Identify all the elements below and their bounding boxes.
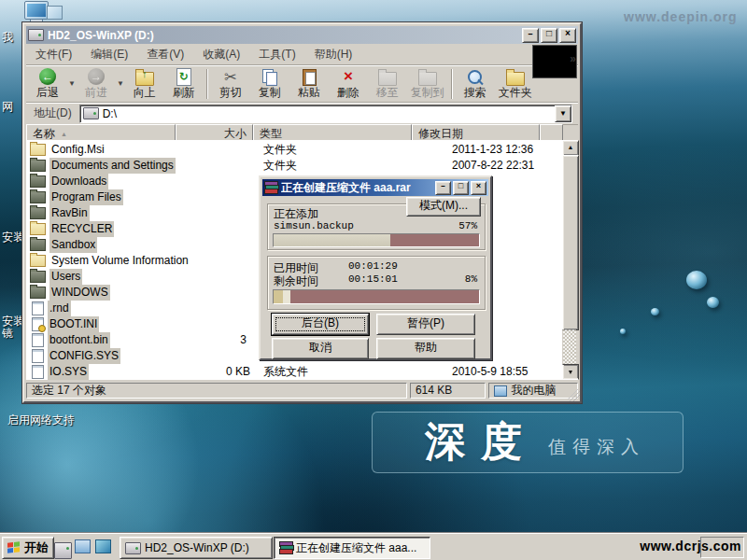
water-drop <box>620 329 626 334</box>
column-header-type[interactable]: 类型 <box>253 124 412 141</box>
mode-button[interactable]: 模式(M)... <box>406 197 481 217</box>
column-header-date[interactable]: 修改日期 <box>412 124 540 141</box>
brand-subtitle: 值得深入 <box>548 435 645 459</box>
sort-asc-icon: ▲ <box>61 131 67 137</box>
pause-button[interactable]: 暂停(P) <box>376 314 475 335</box>
cut-button[interactable]: ✂ 剪切 <box>211 66 250 101</box>
dialog-title-bar[interactable]: 正在创建压缩文件 aaa.rar – □ × <box>262 179 488 196</box>
scroll-up-button[interactable]: ▲ <box>562 140 579 156</box>
copy-button[interactable]: 复制 <box>250 66 289 101</box>
wallpaper-url-text: www.deepin.org <box>624 9 738 24</box>
forward-button[interactable]: → 前进 <box>77 66 116 101</box>
quick-launch-computer-icon[interactable] <box>75 539 91 553</box>
folder-icon <box>30 271 46 283</box>
brand-title: 深度 <box>425 414 537 469</box>
window-title: HD2_OS-WinXP (D:) <box>48 29 520 42</box>
toolbar-separator <box>451 69 453 99</box>
status-size: 614 KB <box>410 383 486 399</box>
back-icon: ← <box>39 68 56 85</box>
scrollbar-track[interactable] <box>563 329 576 365</box>
status-selection: 选定 17 个对象 <box>26 383 407 399</box>
column-header-size[interactable]: 大小 <box>176 124 253 141</box>
help-button[interactable]: 帮助 <box>376 338 475 359</box>
folder-icon <box>30 144 46 156</box>
paste-button[interactable]: 粘贴 <box>289 66 329 101</box>
move-to-button[interactable]: 移至 <box>368 66 407 101</box>
table-row[interactable]: IO.SYS 0 KB 系统文件 2010-5-9 18:55 <box>26 364 563 380</box>
menu-help[interactable]: 帮助(H) <box>305 45 362 64</box>
menu-view[interactable]: 查看(V) <box>137 45 193 64</box>
dialog-maximize-button[interactable]: □ <box>453 181 469 195</box>
delete-button[interactable]: × 删除 <box>329 66 368 101</box>
desktop-icon-label-network-support[interactable]: 启用网络支持 <box>7 413 75 428</box>
toolbar-overflow-chevron[interactable]: » <box>570 52 576 65</box>
winrar-icon <box>264 181 277 194</box>
water-drop <box>686 271 707 289</box>
forward-dropdown[interactable]: ▼ <box>117 79 124 88</box>
file-icon <box>32 301 44 315</box>
close-button[interactable]: × <box>559 28 576 43</box>
total-percent: 8% <box>465 273 477 285</box>
taskbar-task-explorer[interactable]: HD2_OS-WinXP (D:) <box>120 537 273 559</box>
table-row[interactable]: Config.Msi 文件夹 2011-1-23 12:36 <box>26 142 563 158</box>
maximize-button[interactable]: □ <box>541 28 557 43</box>
folders-button[interactable]: 文件夹 <box>495 66 536 101</box>
secondary-icon <box>47 6 63 20</box>
search-button[interactable]: 搜索 <box>456 66 495 101</box>
dialog-title: 正在创建压缩文件 aaa.rar <box>281 180 433 196</box>
column-header-empty[interactable] <box>540 124 563 141</box>
my-computer-icon <box>494 385 507 397</box>
dialog-close-button[interactable]: × <box>471 181 486 195</box>
start-button[interactable]: 开始 <box>2 537 54 559</box>
background-button[interactable]: 后台(B) <box>272 314 369 335</box>
total-progress-bar <box>273 289 480 304</box>
status-location: 我的电脑 <box>488 383 578 399</box>
menu-tools[interactable]: 工具(T) <box>249 45 304 64</box>
back-button[interactable]: ← 后退 <box>28 66 67 101</box>
resize-grip[interactable] <box>568 389 580 401</box>
folder-icon <box>30 255 46 267</box>
address-bar: 地址(D) D:\ ▼ <box>26 103 578 125</box>
cancel-button[interactable]: 取消 <box>272 338 369 359</box>
desktop-icon-label[interactable]: 我 <box>2 30 21 46</box>
menu-favorites[interactable]: 收藏(A) <box>193 45 249 64</box>
quick-launch-explorer-icon[interactable] <box>95 539 111 553</box>
toolbar: ← 后退 ▼ → 前进 ▼ ↑ 向上 ↻ 刷新 ✂ 剪切 <box>26 65 578 103</box>
cut-icon: ✂ <box>221 67 240 86</box>
table-row[interactable]: Documents and Settings 文件夹 2007-8-22 22:… <box>26 158 563 174</box>
scrollbar-thumb[interactable] <box>562 155 579 330</box>
water-drop <box>707 297 719 308</box>
vertical-scrollbar[interactable]: ▲ ▲ <box>562 140 577 380</box>
winrar-progress-dialog: 正在创建压缩文件 aaa.rar – □ × 模式(M)... 正在添加 sim… <box>259 175 492 360</box>
refresh-button[interactable]: ↻ 刷新 <box>164 66 204 101</box>
desktop-icon-label[interactable]: 安装 <box>2 230 22 245</box>
desktop-icon-label[interactable]: 网 <box>2 99 21 115</box>
back-dropdown[interactable]: ▼ <box>68 79 76 88</box>
file-icon <box>32 333 44 347</box>
address-dropdown-button[interactable]: ▼ <box>555 105 571 122</box>
windows-flag-icon <box>7 541 21 553</box>
desktop-icon-my-computer[interactable] <box>24 1 50 24</box>
up-button[interactable]: ↑ 向上 <box>125 66 164 101</box>
copy-icon <box>261 67 279 86</box>
folder-icon <box>30 191 46 203</box>
dialog-minimize-button[interactable]: – <box>435 181 451 195</box>
water-drop <box>651 308 659 315</box>
title-bar[interactable]: HD2_OS-WinXP (D:) – □ × <box>26 26 578 44</box>
taskbar-task-winrar[interactable]: 正在创建压缩文件 aaa... <box>274 537 430 559</box>
minimize-button[interactable]: – <box>522 28 539 43</box>
desktop-icon-label[interactable]: 镜 <box>2 326 22 342</box>
file-gear-icon <box>32 317 44 331</box>
menu-file[interactable]: 文件(F) <box>26 45 81 64</box>
menu-edit[interactable]: 编辑(E) <box>81 45 137 64</box>
scroll-down-button[interactable]: ▲ <box>562 364 579 380</box>
remaining-label: 剩余时间 <box>274 273 318 289</box>
address-label: 地址(D) <box>26 105 79 121</box>
copy-to-button[interactable]: 复制到 <box>407 66 448 101</box>
column-header-name[interactable]: 名称▲ <box>26 124 176 141</box>
taskbar: 开始 HD2_OS-WinXP (D:) 正在创建压缩文件 aaa... www… <box>0 533 747 560</box>
toolbar-separator <box>206 69 208 99</box>
current-filename: simsun.backup <box>274 220 354 231</box>
address-input[interactable]: D:\ ▼ <box>79 105 572 123</box>
quick-launch-drive-icon[interactable] <box>54 542 72 559</box>
